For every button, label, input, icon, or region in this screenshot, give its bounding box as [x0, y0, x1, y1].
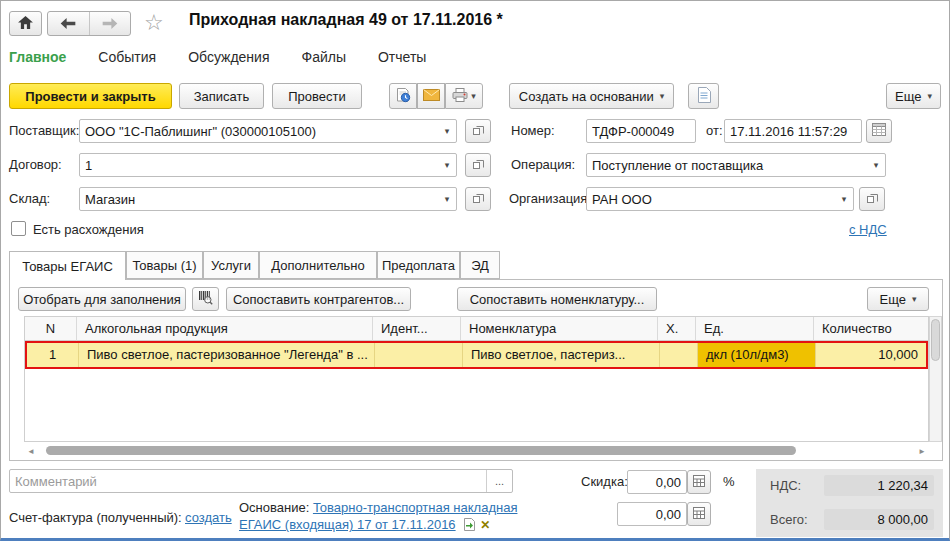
- favorite-star-icon[interactable]: ☆: [144, 12, 164, 34]
- home-button[interactable]: [9, 11, 42, 36]
- cell-nomenclature[interactable]: Пиво светлое, пастериз...: [463, 343, 660, 367]
- comment-field-wrap: ...: [9, 469, 513, 493]
- column-header-unit[interactable]: Ед.: [696, 317, 814, 341]
- open-in-form-icon: [472, 191, 485, 207]
- date-field-wrap: [724, 119, 862, 143]
- cell-unit[interactable]: дкл (10л/дм3): [698, 343, 816, 367]
- horizontal-scroll-track[interactable]: [38, 444, 915, 458]
- create-based-on-button[interactable]: Создать на основании ▾: [509, 83, 674, 109]
- vat-mode-link[interactable]: с НДС: [849, 222, 887, 237]
- comment-input[interactable]: [10, 470, 486, 492]
- date-calendar-button[interactable]: [866, 119, 892, 143]
- supplier-label: Поставщик:: [9, 123, 79, 138]
- menu-item-obsuzhdeniya[interactable]: Обсуждения: [188, 49, 269, 65]
- page-title: Приходная накладная 49 от 17.11.2016 *: [189, 11, 503, 29]
- vertical-scroll-thumb[interactable]: [931, 319, 940, 361]
- percent-sign: %: [723, 474, 735, 489]
- scroll-right-arrow[interactable]: ►: [915, 447, 929, 456]
- column-header-x[interactable]: Х.: [658, 317, 696, 341]
- send-email-button[interactable]: [417, 83, 445, 109]
- organization-field-wrap: ▾: [586, 187, 854, 211]
- operation-input[interactable]: [587, 154, 867, 176]
- grid-horizontal-scrollbar[interactable]: ◄ ►: [24, 444, 929, 458]
- save-button[interactable]: Записать: [179, 83, 264, 109]
- open-in-form-icon: [472, 123, 485, 139]
- menu-item-glavnoe[interactable]: Главное: [9, 49, 66, 65]
- cell-alcohol-product[interactable]: Пиво светлое, пастеризованное "Легенда" …: [79, 343, 375, 367]
- discount-input[interactable]: [628, 471, 686, 493]
- match-counterparties-button[interactable]: Сопоставить контрагентов...: [226, 287, 411, 311]
- horizontal-scroll-thumb[interactable]: [46, 446, 796, 455]
- forward-button[interactable]: [89, 12, 131, 35]
- section-menu: Главное События Обсуждения Файлы Отчеты: [9, 49, 426, 65]
- clear-basis-icon[interactable]: ✕: [480, 518, 490, 532]
- menu-item-sobytiya[interactable]: События: [98, 49, 156, 65]
- discount-amount-input[interactable]: [618, 503, 686, 525]
- supplier-input[interactable]: [80, 120, 438, 142]
- barcode-scan-button[interactable]: [192, 287, 219, 311]
- column-header-quantity[interactable]: Количество: [814, 317, 928, 341]
- back-arrow-icon: [60, 15, 76, 33]
- back-button[interactable]: [48, 12, 89, 35]
- print-button[interactable]: ▾: [445, 83, 483, 109]
- column-header-ident[interactable]: Идент...: [373, 317, 461, 341]
- number-input[interactable]: [587, 120, 695, 142]
- scroll-left-arrow[interactable]: ◄: [24, 447, 38, 456]
- menu-item-faily[interactable]: Файлы: [302, 49, 346, 65]
- column-header-n[interactable]: N: [25, 317, 77, 341]
- contract-input[interactable]: [80, 154, 438, 176]
- open-basis-document-icon[interactable]: [463, 518, 476, 535]
- grid-more-button[interactable]: Еще ▾: [867, 287, 929, 311]
- cell-x[interactable]: [660, 343, 698, 367]
- cell-row-number[interactable]: 1: [27, 343, 79, 367]
- form-more-button[interactable]: Еще ▾: [886, 83, 941, 109]
- contract-open-button[interactable]: [465, 153, 491, 177]
- warehouse-dropdown-button[interactable]: ▾: [438, 188, 456, 210]
- post-with-time-button[interactable]: [389, 83, 417, 109]
- discrepancy-checkbox[interactable]: [11, 221, 26, 236]
- operation-dropdown-button[interactable]: ▾: [867, 154, 885, 176]
- contract-dropdown-button[interactable]: ▾: [438, 154, 456, 176]
- date-input[interactable]: [725, 120, 861, 142]
- supplier-dropdown-button[interactable]: ▾: [438, 120, 456, 142]
- amount-calculator-button[interactable]: [687, 502, 711, 526]
- forward-arrow-icon: [102, 15, 118, 33]
- select-for-fill-button[interactable]: Отобрать для заполнения: [18, 287, 186, 311]
- discount-calculator-button[interactable]: [687, 470, 711, 494]
- home-icon: [18, 16, 33, 32]
- comment-expand-button[interactable]: ...: [486, 470, 512, 492]
- column-header-nomenclature[interactable]: Номенклатура: [461, 317, 658, 341]
- tab-predoplata[interactable]: Предоплата: [377, 251, 460, 279]
- menu-item-otchety[interactable]: Отчеты: [378, 49, 426, 65]
- contract-label: Договор:: [9, 157, 62, 172]
- tab-tovary-egais[interactable]: Товары ЕГАИС: [9, 251, 126, 280]
- warehouse-input[interactable]: [80, 188, 438, 210]
- cell-quantity[interactable]: 10,000: [816, 343, 926, 367]
- column-header-alcohol-product[interactable]: Алкогольная продукция: [77, 317, 373, 341]
- barcode-scanner-icon: [198, 290, 213, 308]
- grid-vertical-scrollbar[interactable]: [929, 316, 942, 442]
- tab-dopolnitelno[interactable]: Дополнительно: [259, 251, 377, 279]
- post-and-close-button[interactable]: Провести и закрыть: [9, 83, 172, 109]
- printer-icon: [452, 88, 468, 105]
- tab-uslugi[interactable]: Услуги: [203, 251, 259, 279]
- discount-label: Скидка:: [581, 474, 628, 489]
- number-label: Номер:: [511, 123, 555, 138]
- invoice-create-link[interactable]: создать: [185, 510, 232, 525]
- vat-total-value: 1 220,34: [824, 475, 934, 496]
- supplier-open-button[interactable]: [465, 119, 491, 143]
- organization-dropdown-button[interactable]: ▾: [835, 188, 853, 210]
- calendar-icon: [872, 123, 886, 139]
- tab-ed[interactable]: ЭД: [460, 251, 500, 279]
- envelope-icon: [423, 89, 440, 104]
- organization-input[interactable]: [587, 188, 835, 210]
- operation-label: Операция:: [511, 157, 575, 172]
- tab-tovary[interactable]: Товары (1): [126, 251, 203, 279]
- organization-open-button[interactable]: [859, 187, 885, 211]
- warehouse-open-button[interactable]: [465, 187, 491, 211]
- post-button[interactable]: Провести: [272, 83, 362, 109]
- match-nomenclature-button[interactable]: Сопоставить номенклатуру...: [457, 287, 657, 311]
- reports-document-button[interactable]: [688, 83, 719, 109]
- cell-ident[interactable]: [375, 343, 463, 367]
- table-row[interactable]: 1 Пиво светлое, пастеризованное "Легенда…: [25, 341, 928, 369]
